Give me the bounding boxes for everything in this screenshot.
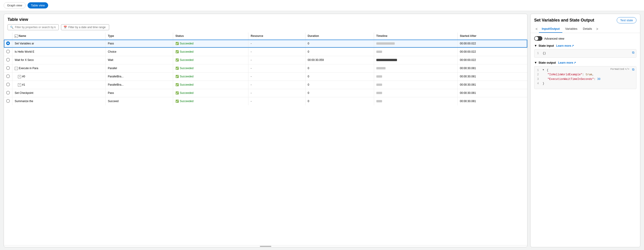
resource-cell: -: [248, 48, 306, 56]
col-name-label: Name: [18, 34, 26, 37]
copy-icon[interactable]: ⧉: [632, 68, 634, 71]
state-input-line: 1 {}: [537, 51, 634, 56]
expand-icon[interactable]: −: [15, 67, 18, 70]
radio-cell[interactable]: [4, 97, 12, 105]
col-resource[interactable]: Resource: [248, 32, 306, 40]
duration-cell: 0: [305, 48, 374, 56]
tab-next-button[interactable]: >: [595, 26, 600, 32]
table-row[interactable]: −Execute in Para Parallel ✅ Succeeded - …: [4, 64, 527, 72]
table-row[interactable]: Set Checkpoint Pass ✅ Succeeded - 0 00:0…: [4, 89, 527, 97]
state-input-learn-more[interactable]: Learn more ↗: [556, 44, 574, 47]
right-panel-header: Set Variables and State Output Test stat…: [530, 14, 640, 23]
status-succeeded: ✅ Succeeded: [176, 67, 246, 70]
table-row[interactable]: Wait for X Seco Wait ✅ Succeeded - 00:00…: [4, 56, 527, 64]
status-cell: ✅ Succeeded: [173, 64, 248, 72]
duration-cell: 00:00:30.059: [305, 56, 374, 64]
started-after-cell: 00:00:00.022: [458, 56, 528, 64]
radio-button[interactable]: [6, 41, 10, 45]
state-output-label: State output: [538, 61, 556, 64]
expand-icon[interactable]: +: [18, 83, 21, 87]
tab-details[interactable]: Details: [580, 25, 595, 33]
collapse-arrow[interactable]: ▼: [543, 68, 544, 73]
radio-cell[interactable]: [4, 48, 12, 56]
search-icon: 🔍: [10, 26, 14, 29]
check-circle-icon: ✅: [176, 83, 179, 86]
state-output-line-3: 3 "ExecutionWaitTimeInSeconds": 30: [537, 77, 634, 82]
name-cell: Is Hello World E: [12, 48, 106, 56]
tab-input-output[interactable]: Input/Output: [539, 25, 562, 33]
name-cell: Set Variables ar: [12, 40, 106, 48]
col-duration[interactable]: Duration: [305, 32, 374, 40]
radio-button[interactable]: [6, 74, 10, 78]
tab-prev-button[interactable]: <: [534, 26, 539, 32]
col-started-after[interactable]: Started After: [458, 32, 528, 40]
name-cell: Summarize the: [12, 97, 106, 105]
col-type[interactable]: Type: [106, 32, 173, 40]
scrollbar-handle[interactable]: [260, 246, 271, 247]
filter-row: 🔍 📅 Filter by a date and time range: [8, 24, 524, 30]
col-timeline[interactable]: Timeline: [374, 32, 457, 40]
duration-cell: 0: [305, 89, 374, 97]
check-circle-icon: ✅: [176, 100, 179, 103]
check-circle-icon: ✅: [176, 50, 179, 53]
radio-button[interactable]: [6, 50, 10, 53]
timeline-cell: [374, 40, 457, 48]
radio-button[interactable]: [6, 99, 10, 103]
right-panel-title: Set Variables and State Output: [534, 18, 594, 23]
table-view-button[interactable]: Table view: [28, 2, 48, 8]
table-row[interactable]: +#1 ParallelBra... ✅ Succeeded - 0 00:00…: [4, 81, 527, 89]
resource-cell: -: [248, 40, 306, 48]
filter-properties-input[interactable]: 🔍: [8, 24, 59, 30]
filter-date-label: Filter by a date and time range: [68, 26, 106, 29]
name-cell: +#0: [12, 72, 106, 81]
radio-cell[interactable]: [4, 89, 12, 97]
copy-icon[interactable]: ⧉: [632, 51, 634, 54]
state-input-label: State input: [538, 44, 554, 47]
tabs-row: < Input/Output Variables Details >: [530, 23, 640, 33]
filter-text-input[interactable]: [15, 26, 56, 29]
state-output-code-block: Formatted </> ⧉ 1 ▼ { 2 "IsHelloWorldExa…: [534, 66, 636, 89]
line-number: 4: [537, 82, 541, 86]
formatted-button[interactable]: Formatted </>: [610, 68, 629, 71]
table-row[interactable]: Set Variables ar Pass ✅ Succeeded - 0 00…: [4, 40, 527, 48]
main-content: Table view 🔍 📅 Filter by a date and time…: [0, 11, 644, 250]
test-state-button[interactable]: Test state: [617, 17, 636, 23]
radio-cell[interactable]: [4, 40, 12, 48]
col-expand-icon: −: [15, 35, 18, 38]
state-output-learn-more[interactable]: Learn more ↗: [558, 61, 576, 64]
type-cell: Pass: [106, 89, 173, 97]
graph-view-button[interactable]: Graph view: [4, 2, 26, 8]
state-input-code-block: ⧉ 1 {}: [534, 49, 636, 58]
duration-cell: 0: [305, 40, 374, 48]
radio-button[interactable]: [6, 66, 10, 70]
filter-date-input[interactable]: 📅 Filter by a date and time range: [61, 24, 109, 30]
radio-button[interactable]: [6, 58, 10, 62]
radio-button[interactable]: [6, 91, 10, 95]
horizontal-scrollbar[interactable]: [4, 245, 527, 247]
radio-cell[interactable]: [4, 64, 12, 72]
started-after-cell: 00:00:30.081: [458, 97, 528, 105]
resource-cell: -: [248, 81, 306, 89]
table-row[interactable]: Summarize the Succeed ✅ Succeeded - 0 00…: [4, 97, 527, 105]
tab-variables[interactable]: Variables: [562, 25, 580, 33]
expand-icon[interactable]: +: [18, 75, 21, 78]
state-output-line-4: 4 }: [537, 82, 634, 86]
radio-cell[interactable]: [4, 56, 12, 64]
radio-button[interactable]: [6, 83, 10, 86]
radio-cell[interactable]: [4, 72, 12, 81]
state-output-section-header: ▼ State output Learn more ↗: [534, 61, 636, 64]
col-name[interactable]: − Name: [12, 32, 106, 40]
calendar-icon: 📅: [64, 26, 67, 29]
started-after-cell: 00:00:00.022: [458, 48, 528, 56]
table-row[interactable]: Is Hello World E Choice ✅ Succeeded - 0 …: [4, 48, 527, 56]
advanced-view-toggle[interactable]: [534, 36, 542, 41]
name-cell: −Execute in Para: [12, 64, 106, 72]
radio-cell[interactable]: [4, 81, 12, 89]
table-row[interactable]: +#0 ParallelBra... ✅ Succeeded - 0 00:00…: [4, 72, 527, 81]
learn-more-label: Learn more: [558, 61, 573, 64]
col-status[interactable]: Status: [173, 32, 248, 40]
type-cell: Wait: [106, 56, 173, 64]
timeline-bar: [376, 100, 382, 102]
status-cell: ✅ Succeeded: [173, 89, 248, 97]
external-link-icon: ↗: [572, 44, 574, 47]
